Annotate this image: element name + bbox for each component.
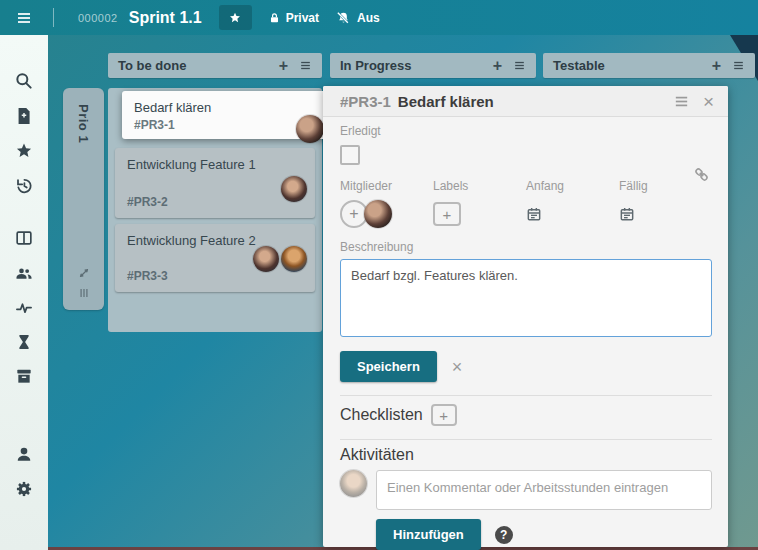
card-detail-title[interactable]: Bedarf klären (398, 93, 673, 110)
swimlane-collapse-icon[interactable] (77, 266, 91, 280)
topbar-divider (53, 8, 54, 27)
add-comment-button[interactable]: Hinzufügen (376, 519, 481, 550)
add-board-icon[interactable] (14, 106, 34, 126)
notifications-toggle[interactable]: Aus (335, 10, 380, 26)
calendar-icon[interactable] (526, 206, 542, 222)
swimlane-handle-icon[interactable] (77, 286, 91, 300)
member-avatar[interactable] (364, 200, 392, 228)
close-icon[interactable]: × (703, 92, 714, 111)
privacy-label: Privat (286, 11, 319, 25)
card-title: Entwicklung Feature 1 (127, 157, 256, 172)
list-header-testable: Testable + (543, 53, 755, 78)
list-title: In Progress (340, 58, 493, 73)
card-detail-body: Erledigt Mitglieder + Labels + (323, 117, 728, 550)
start-date-field: Anfang (526, 179, 619, 228)
calendar-icon[interactable] (619, 206, 635, 222)
description-textarea[interactable]: Bedarf bzgl. Features klären. (340, 259, 712, 337)
swimlane-title: Prio 1 (76, 104, 91, 143)
list-menu-icon[interactable] (299, 59, 312, 72)
avatar-member (281, 176, 307, 202)
board-view-icon[interactable] (14, 228, 34, 248)
comment-input[interactable] (376, 470, 712, 510)
card-title: Bedarf klären (134, 100, 211, 115)
help-icon[interactable]: ? (495, 526, 513, 544)
done-label: Erledigt (340, 124, 381, 138)
board-number: 000002 (78, 12, 118, 24)
history-icon[interactable] (14, 176, 34, 196)
avatar-member (281, 246, 307, 272)
activities-heading: Aktivitäten (340, 446, 414, 464)
user-profile-icon[interactable] (14, 444, 34, 464)
card-detail-header: #PR3-1 Bedarf klären × (323, 86, 728, 117)
list-title: To be done (118, 58, 279, 73)
card-detail-number: #PR3-1 (340, 93, 391, 110)
list-title: Testable (553, 58, 712, 73)
board-title[interactable]: Sprint 1.1 (129, 9, 202, 27)
add-card-icon[interactable]: + (279, 58, 288, 74)
activity-pulse-icon[interactable] (14, 298, 34, 318)
favorite-star-button[interactable] (219, 5, 252, 30)
cancel-edit-icon[interactable]: × (452, 358, 463, 376)
starred-boards-icon[interactable] (14, 141, 34, 161)
labels-field: Labels + (433, 179, 526, 228)
star-icon (228, 11, 242, 25)
card-pr3-3[interactable]: Entwicklung Feature 2 #PR3-3 (115, 224, 315, 292)
add-checklist-button[interactable]: + (431, 404, 457, 426)
link-icon[interactable] (692, 165, 711, 184)
labels-label: Labels (433, 179, 526, 193)
divider (340, 395, 712, 396)
hourglass-icon[interactable] (14, 332, 34, 352)
lock-icon (268, 11, 281, 25)
avatar-member (296, 115, 324, 143)
app-window: 000002 Sprint 1.1 Privat Aus Prio 1 (0, 0, 758, 550)
due-date-field: Fällig (619, 179, 712, 228)
description-label: Beschreibung (340, 240, 712, 254)
current-user-avatar (340, 470, 367, 497)
members-icon[interactable] (14, 263, 34, 283)
top-bar: 000002 Sprint 1.1 Privat Aus (0, 0, 758, 35)
left-sidebar (0, 35, 48, 550)
swimlane-tab-prio1[interactable]: Prio 1 (63, 88, 104, 310)
members-field: Mitglieder + (340, 179, 433, 228)
list-header-todo: To be done + (108, 53, 322, 78)
bell-muted-icon (335, 10, 352, 26)
hamburger-menu-icon[interactable] (14, 10, 34, 26)
notifications-label: Aus (357, 11, 380, 25)
start-date-label: Anfang (526, 179, 619, 193)
archive-icon[interactable] (14, 366, 34, 386)
card-number: #PR3-2 (127, 195, 168, 209)
card-detail-modal: #PR3-1 Bedarf klären × Erledigt Mitglied… (323, 86, 728, 547)
card-menu-icon[interactable] (673, 93, 690, 110)
divider (340, 439, 712, 440)
add-card-icon[interactable]: + (493, 58, 502, 74)
card-number: #PR3-1 (134, 118, 175, 132)
list-menu-icon[interactable] (513, 59, 526, 72)
card-title: Entwicklung Feature 2 (127, 233, 256, 248)
done-checkbox[interactable] (340, 145, 360, 165)
members-label: Mitglieder (340, 179, 433, 193)
settings-gear-icon[interactable] (14, 479, 34, 499)
card-pr3-2[interactable]: Entwicklung Feature 1 #PR3-2 (115, 148, 315, 218)
card-pr3-1[interactable]: Bedarf klären #PR3-1 (122, 91, 330, 139)
card-number: #PR3-3 (127, 269, 168, 283)
add-label-button[interactable]: + (433, 202, 461, 226)
checklists-heading: Checklisten (340, 406, 423, 424)
save-button[interactable]: Speichern (340, 351, 437, 382)
add-card-icon[interactable]: + (712, 58, 721, 74)
list-menu-icon[interactable] (732, 59, 745, 72)
avatar-member (253, 246, 279, 272)
search-icon[interactable] (14, 71, 34, 91)
privacy-toggle[interactable]: Privat (268, 11, 319, 25)
list-header-inprogress: In Progress + (330, 53, 536, 78)
